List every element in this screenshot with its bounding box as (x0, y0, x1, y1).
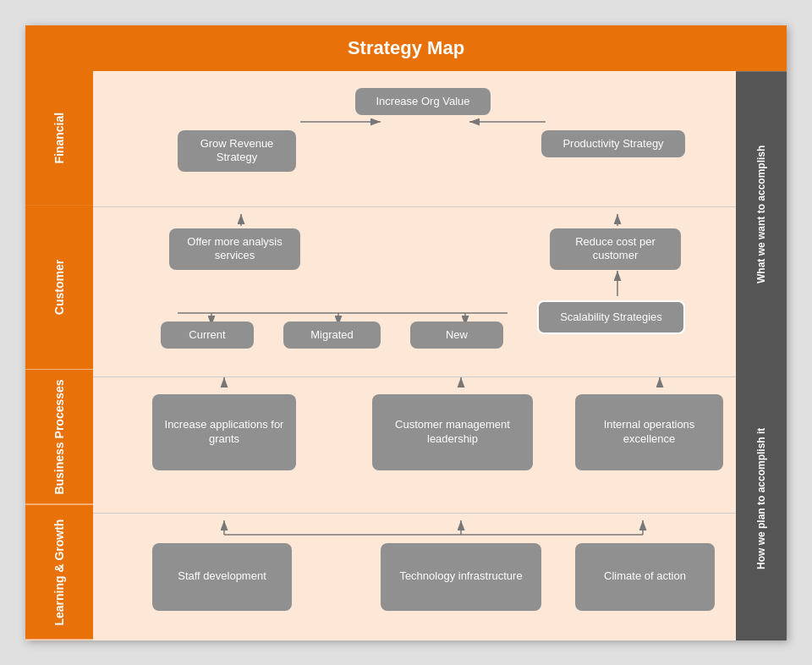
financial-row: Increase Org Value Grow Revenue Strategy… (93, 71, 736, 206)
node-new: New (410, 322, 503, 349)
node-customer-mgmt: Customer management leadership (372, 394, 533, 470)
strategy-map-container: Strategy Map Financial Customer Business… (25, 25, 787, 640)
label-financial: Financial (25, 71, 93, 206)
content-area: Increase Org Value Grow Revenue Strategy… (93, 71, 736, 640)
title-text: Strategy Map (348, 37, 464, 58)
node-reduce-cost: Reduce cost per customer (550, 228, 681, 271)
node-grow-revenue: Grow Revenue Strategy (178, 130, 296, 173)
learning-row: Staff development Technology infrastruct… (93, 513, 736, 640)
financial-content: Increase Org Value Grow Revenue Strategy… (93, 71, 736, 206)
label-business: Business Processes (25, 370, 93, 505)
node-internal-ops: Internal operations excellence (575, 394, 723, 470)
right-label-plan: How we plan to accomplish it (736, 356, 787, 640)
node-staff-dev: Staff development (152, 543, 292, 611)
business-content: Increase applications for grants Custome… (93, 377, 736, 513)
node-increase-org-value: Increase Org Value (355, 88, 491, 116)
business-row: Increase applications for grants Custome… (93, 376, 736, 513)
label-learning: Learning & Growth (25, 505, 93, 640)
node-increase-apps: Increase applications for grants (152, 394, 296, 470)
label-customer: Customer (25, 205, 93, 370)
customer-row: Offer more analysis services Reduce cost… (93, 206, 736, 376)
left-labels: Financial Customer Business Processes Le… (25, 71, 93, 640)
node-offer-more: Offer more analysis services (169, 228, 300, 271)
right-labels: What we want to accomplish How we plan t… (736, 71, 787, 640)
node-migrated: Migrated (283, 322, 381, 349)
node-tech-infra: Technology infrastructure (381, 543, 541, 611)
customer-content: Offer more analysis services Reduce cost… (93, 207, 736, 376)
node-climate: Climate of action (575, 543, 715, 611)
node-scalability: Scalability Strategies (537, 300, 685, 335)
map-title: Strategy Map (25, 25, 787, 71)
node-productivity: Productivity Strategy (541, 130, 685, 158)
learning-content: Staff development Technology infrastruct… (93, 514, 736, 640)
main-grid: Financial Customer Business Processes Le… (25, 71, 787, 640)
node-current: Current (161, 322, 254, 349)
right-label-accomplish: What we want to accomplish (736, 71, 787, 356)
